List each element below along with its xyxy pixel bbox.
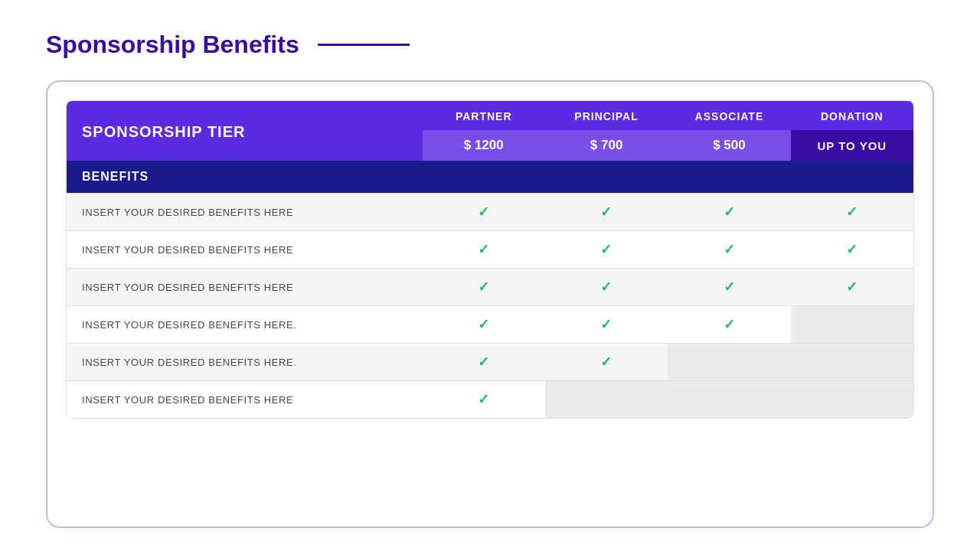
checkmark-icon: ✓ (478, 317, 490, 332)
check-cell (668, 381, 790, 419)
header-row-top: SPONSORSHIP TIER PARTNER PRINCIPAL ASSOC… (67, 101, 913, 130)
benefit-label-cell: INSERT YOUR DESIRED BENEFITS HERE (67, 194, 423, 231)
check-cell (668, 344, 790, 381)
col-partner-amount: $ 1200 (423, 130, 545, 161)
col-partner-header: PARTNER (423, 101, 545, 130)
check-cell: ✓ (423, 306, 545, 344)
checkmark-icon: ✓ (478, 242, 490, 257)
checkmark-icon: ✓ (600, 204, 612, 220)
table-row: INSERT YOUR DESIRED BENEFITS HERE.✓✓ (67, 344, 913, 381)
check-cell: ✓ (545, 269, 668, 306)
page-title: Sponsorship Benefits (46, 31, 299, 59)
col-associate-header: ASSOCIATE (668, 101, 790, 130)
check-cell: ✓ (791, 231, 913, 269)
checkmark-icon: ✓ (724, 279, 736, 295)
checkmark-icon: ✓ (600, 242, 612, 257)
checkmark-icon: ✓ (724, 317, 736, 332)
table-row: INSERT YOUR DESIRED BENEFITS HERE✓✓✓✓ (67, 231, 913, 269)
benefit-label-cell: INSERT YOUR DESIRED BENEFITS HERE (67, 381, 423, 419)
checkmark-icon: ✓ (600, 317, 612, 332)
col-principal-amount: $ 700 (545, 130, 668, 161)
benefit-label-cell: INSERT YOUR DESIRED BENEFITS HERE. (67, 306, 423, 344)
check-cell: ✓ (423, 194, 545, 231)
col-donation-amount: UP TO YOU (791, 130, 913, 161)
check-cell: ✓ (668, 269, 790, 306)
checkmark-icon: ✓ (724, 204, 736, 220)
check-cell: ✓ (545, 231, 668, 269)
check-cell: ✓ (668, 231, 790, 269)
checkmark-icon: ✓ (478, 279, 490, 295)
check-cell: ✓ (791, 269, 913, 306)
table-row: INSERT YOUR DESIRED BENEFITS HERE✓ (67, 381, 913, 419)
check-cell: ✓ (423, 269, 545, 306)
checkmark-icon: ✓ (478, 392, 490, 407)
checkmark-icon: ✓ (846, 204, 858, 220)
col-principal-header: PRINCIPAL (545, 101, 668, 130)
check-cell: ✓ (423, 381, 545, 419)
table-row: INSERT YOUR DESIRED BENEFITS HERE.✓✓✓ (67, 306, 913, 344)
title-divider (318, 44, 410, 46)
check-cell (791, 306, 913, 344)
table-wrapper: SPONSORSHIP TIER PARTNER PRINCIPAL ASSOC… (66, 100, 914, 419)
col-associate-amount: $ 500 (668, 130, 790, 161)
benefits-label: BENEFITS (67, 161, 913, 194)
table-body: INSERT YOUR DESIRED BENEFITS HERE✓✓✓✓INS… (67, 194, 913, 419)
check-cell: ✓ (668, 306, 790, 344)
checkmark-icon: ✓ (600, 279, 612, 295)
checkmark-icon: ✓ (846, 279, 858, 295)
checkmark-icon: ✓ (478, 204, 490, 220)
checkmark-icon: ✓ (478, 354, 490, 370)
checkmark-icon: ✓ (846, 242, 858, 257)
benefit-label-cell: INSERT YOUR DESIRED BENEFITS HERE. (67, 344, 423, 381)
tier-label: SPONSORSHIP TIER (67, 101, 423, 161)
check-cell: ✓ (545, 344, 668, 381)
check-cell: ✓ (423, 344, 545, 381)
check-cell: ✓ (668, 194, 790, 231)
page-header: Sponsorship Benefits (46, 31, 934, 59)
table-row: INSERT YOUR DESIRED BENEFITS HERE✓✓✓✓ (67, 194, 913, 231)
checkmark-icon: ✓ (724, 242, 736, 257)
table-row: INSERT YOUR DESIRED BENEFITS HERE✓✓✓✓ (67, 269, 913, 306)
check-cell (791, 381, 913, 419)
check-cell (545, 381, 668, 419)
sponsorship-table: SPONSORSHIP TIER PARTNER PRINCIPAL ASSOC… (67, 101, 913, 418)
check-cell: ✓ (791, 194, 913, 231)
benefit-label-cell: INSERT YOUR DESIRED BENEFITS HERE (67, 231, 423, 269)
sponsorship-card: SPONSORSHIP TIER PARTNER PRINCIPAL ASSOC… (46, 80, 934, 528)
check-cell: ✓ (545, 306, 668, 344)
check-cell: ✓ (423, 231, 545, 269)
check-cell: ✓ (545, 194, 668, 231)
col-donation-header: DONATION (791, 101, 913, 130)
benefit-label-cell: INSERT YOUR DESIRED BENEFITS HERE (67, 269, 423, 306)
checkmark-icon: ✓ (600, 354, 612, 370)
benefits-header-row: BENEFITS (67, 161, 913, 194)
check-cell (791, 344, 913, 381)
